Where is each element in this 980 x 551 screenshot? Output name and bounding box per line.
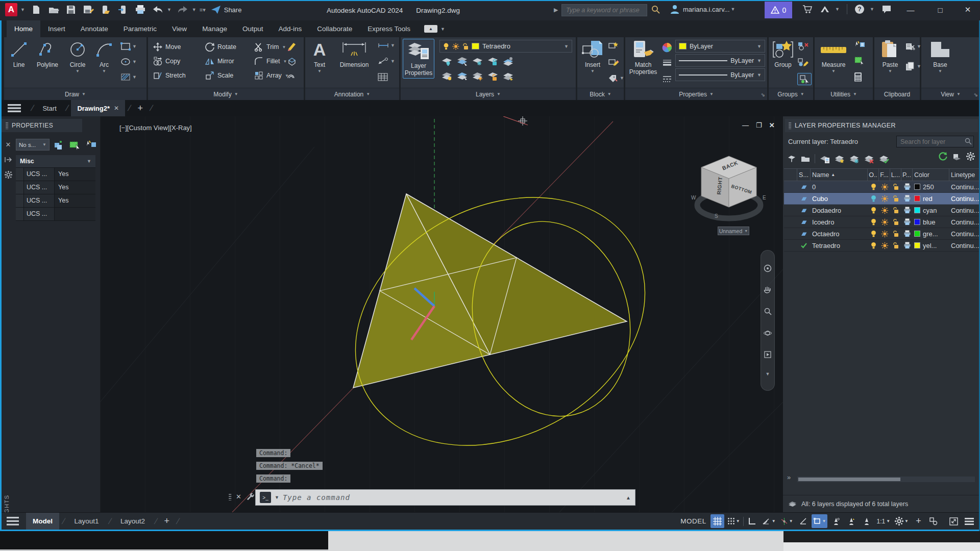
new-frozen-layer-button[interactable] [849, 155, 860, 163]
layer-on-toggle[interactable] [868, 230, 879, 238]
ribbon-tab-manage[interactable]: Manage [194, 20, 235, 37]
plot-icon[interactable] [134, 4, 146, 16]
layer-on-bulb-button[interactable] [442, 72, 453, 81]
layer-properties-button[interactable]: Layer Properties [403, 39, 434, 79]
commandline-recent-icon[interactable]: >_ [260, 492, 271, 503]
properties-dialog-launcher-icon[interactable]: ⇘ [761, 92, 765, 97]
col-on[interactable]: O.. [868, 169, 879, 181]
text-button[interactable]: A Text ▼ [308, 39, 331, 73]
layer-walk-button[interactable] [503, 72, 514, 81]
property-row[interactable]: UCS ...Yes [16, 168, 95, 181]
rectangle-tool-button[interactable]: ▼ [120, 42, 137, 51]
annotation-scale-icon[interactable] [860, 514, 873, 528]
property-value[interactable]: Yes [55, 181, 95, 194]
object-snap-tracking-toggle[interactable] [796, 514, 810, 528]
viewport-close-button[interactable]: ✕ [769, 121, 775, 129]
panel-label-view[interactable]: View▼ [921, 88, 980, 100]
trim-button[interactable]: Trim▼ [254, 42, 286, 52]
layer-freeze-toggle[interactable] [879, 218, 890, 226]
fillet-button[interactable]: Fillet▼ [254, 57, 287, 66]
open-icon[interactable] [47, 4, 60, 16]
drawing-canvas[interactable] [100, 116, 783, 512]
tab-layout2[interactable]: Layout2 [114, 513, 152, 530]
layer-row-cubo[interactable]: CuboredContinu... [784, 193, 979, 205]
zoom-icon[interactable] [764, 308, 772, 315]
linetype-dropdown[interactable]: ByLayer ▼ [675, 68, 765, 81]
view-dialog-launcher-icon[interactable]: ⇘ [974, 92, 978, 97]
layer-color[interactable]: gre... [913, 230, 949, 238]
layer-lock-toggle[interactable] [890, 183, 901, 191]
new-group-filter-button[interactable] [801, 155, 810, 162]
help-icon[interactable]: ? [854, 4, 865, 14]
layer-hscroll-thumb[interactable] [798, 478, 900, 481]
quick-select-button[interactable] [853, 40, 866, 49]
table-button[interactable] [378, 73, 388, 81]
layer-plot-toggle[interactable] [901, 230, 913, 237]
viewport-restore-button[interactable]: ❐ [756, 121, 762, 129]
copy-button[interactable]: Copy [153, 57, 180, 66]
layer-linetype[interactable]: Continu... [949, 207, 980, 214]
app-menu-arrow-icon[interactable]: ▼ [20, 7, 25, 12]
arc-flyout-arrow-icon[interactable]: ▼ [102, 69, 106, 73]
property-value[interactable]: Yes [55, 168, 95, 181]
edit-attributes-button[interactable]: ▼ [608, 74, 624, 82]
array-button[interactable]: Array▼ [254, 71, 289, 80]
panel-label-clipboard[interactable]: Clipboard [874, 88, 920, 100]
compass-east[interactable]: E [763, 195, 766, 201]
hamburger-menu-icon[interactable] [962, 514, 976, 528]
layer-name[interactable]: Octaedro [811, 230, 868, 238]
layer-color[interactable]: red [913, 195, 949, 203]
layer-on-toggle[interactable] [868, 183, 879, 191]
layer-plot-toggle[interactable] [901, 218, 913, 226]
rotate-button[interactable]: Rotate [205, 42, 236, 52]
layer-search-icon[interactable] [965, 138, 972, 145]
panel-label-annotation[interactable]: Annotation▼ [305, 88, 399, 100]
insert-flyout-arrow-icon[interactable]: ▼ [591, 69, 595, 73]
ribbon-tab-collaborate[interactable]: Collaborate [309, 20, 360, 37]
layer-match-button[interactable] [457, 72, 468, 81]
quick-select-icon[interactable] [85, 140, 96, 150]
layer-row-dodaedro[interactable]: DodaedrocyanContinu... [784, 205, 979, 216]
select-similar-button[interactable] [853, 56, 866, 66]
measure-button[interactable]: Measure ▼ [817, 39, 850, 73]
property-row[interactable]: UCS ...Yes [16, 181, 95, 194]
viewcube[interactable]: BACK RIGHT BOTTOM W S E [690, 148, 770, 230]
group-button[interactable]: Group [771, 39, 795, 68]
erase-button[interactable] [287, 41, 297, 52]
tab-layout1[interactable]: Layout1 [67, 513, 105, 530]
insert-button[interactable]: Insert ▼ [579, 39, 606, 73]
col-linetype[interactable]: Linetype [949, 169, 980, 181]
panel-label-groups[interactable]: Groups▼ [769, 88, 813, 100]
layer-lock-toggle[interactable] [890, 207, 901, 214]
keyword-search-input[interactable] [561, 4, 647, 16]
create-block-button[interactable] [608, 41, 619, 51]
select-objects-icon[interactable] [69, 140, 81, 150]
ribbon-tab-express-tools[interactable]: Express Tools [360, 20, 418, 37]
property-value[interactable] [55, 208, 95, 220]
minimize-button[interactable]: — [899, 0, 922, 19]
lineweight-dropdown[interactable]: ByLayer ▼ [675, 54, 765, 67]
selection-filter-dropdown[interactable]: No s...▼ [16, 139, 50, 151]
toggle-pickadd-icon[interactable] [54, 140, 65, 150]
property-value[interactable]: Yes [55, 194, 95, 207]
line-button[interactable]: Line [7, 39, 31, 68]
layer-name[interactable]: Tetraedro [811, 242, 868, 249]
statusbar-menu-icon[interactable] [7, 517, 19, 525]
isolate-settings-button[interactable] [952, 153, 962, 160]
search-expand-icon[interactable]: ▶ [554, 7, 558, 13]
layer-on-toggle[interactable] [868, 218, 879, 226]
layer-manager-grip-icon[interactable] [789, 122, 791, 129]
edit-block-button[interactable] [608, 58, 619, 67]
layer-row-tetraedro[interactable]: Tetraedroyel...Continu... [784, 240, 979, 252]
object-snap-toggle[interactable]: ▼ [812, 514, 828, 528]
layer-freeze-toggle[interactable] [879, 230, 890, 238]
app-menu-button[interactable]: A [5, 4, 17, 16]
new-layout-button[interactable]: + [164, 516, 169, 527]
property-row[interactable]: UCS ... [16, 208, 95, 221]
save-icon[interactable] [65, 4, 77, 16]
commandline-customize-icon[interactable] [246, 492, 255, 501]
compass-west[interactable]: W [691, 195, 696, 201]
misc-section-header[interactable]: Misc▼ [16, 155, 95, 168]
account-menu[interactable]: mariana.i.carv... ▼ [670, 4, 735, 14]
layer-on-toggle[interactable] [868, 242, 879, 249]
